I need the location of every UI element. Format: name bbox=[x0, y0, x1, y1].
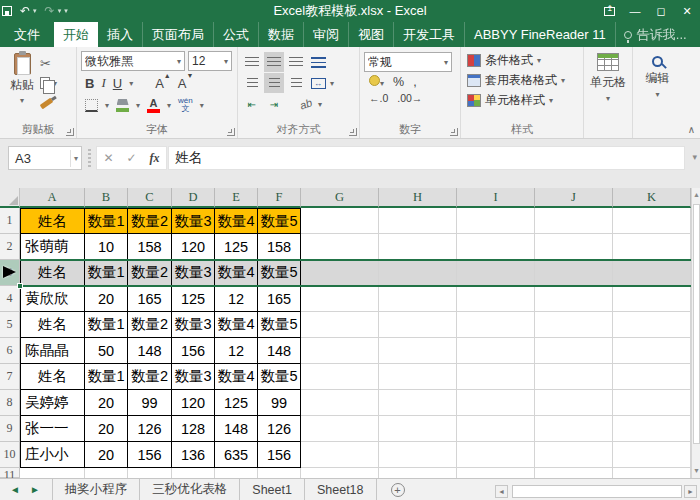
row-header-11[interactable]: 11 bbox=[0, 468, 20, 478]
cell-A7[interactable]: 姓名 bbox=[20, 364, 85, 390]
expand-formula-bar-icon[interactable]: ▾ bbox=[692, 152, 697, 162]
hscroll-left-icon[interactable]: ◄ bbox=[495, 485, 508, 498]
row-header-6[interactable]: 6 bbox=[0, 338, 20, 364]
enter-icon[interactable]: ✓ bbox=[120, 151, 143, 165]
tab-5[interactable]: 数据 bbox=[259, 22, 304, 47]
row-header-1[interactable]: 1 bbox=[0, 208, 20, 234]
cells-dropdown-icon[interactable]: ▾ bbox=[606, 94, 610, 103]
cell-H11[interactable] bbox=[379, 468, 457, 478]
tab-3[interactable]: 页面布局 bbox=[143, 22, 214, 47]
cell-F4[interactable]: 165 bbox=[258, 286, 301, 312]
bold-button[interactable]: B bbox=[85, 76, 94, 91]
cell-K9[interactable] bbox=[613, 416, 691, 442]
cell-B4[interactable]: 20 bbox=[85, 286, 128, 312]
format-as-table-button[interactable]: 套用表格格式▾ bbox=[467, 72, 579, 89]
new-sheet-button[interactable]: + bbox=[391, 483, 405, 497]
cell-F10[interactable]: 156 bbox=[258, 442, 301, 468]
sign-in-button[interactable]: 登录 bbox=[695, 22, 700, 47]
cell-K3[interactable] bbox=[613, 260, 691, 286]
sheet-tab-4[interactable]: Sheet18 bbox=[305, 479, 377, 500]
cell-A2[interactable]: 张萌萌 bbox=[20, 234, 85, 260]
underline-dropdown-icon[interactable]: ▾ bbox=[129, 79, 133, 88]
font-dialog-launcher[interactable] bbox=[227, 128, 235, 136]
cell-C10[interactable]: 156 bbox=[128, 442, 172, 468]
cell-A10[interactable]: 庄小小 bbox=[20, 442, 85, 468]
decrease-decimal-button[interactable]: .00→ bbox=[397, 92, 422, 104]
cell-C5[interactable]: 数量2 bbox=[128, 312, 172, 338]
align-left-button[interactable] bbox=[242, 73, 262, 93]
cell-J6[interactable] bbox=[535, 338, 613, 364]
collapse-ribbon-icon[interactable]: ∧ bbox=[688, 124, 695, 135]
column-header-B[interactable]: B bbox=[85, 188, 128, 208]
cell-C9[interactable]: 126 bbox=[128, 416, 172, 442]
cell-C1[interactable]: 数量2 bbox=[128, 208, 172, 234]
sheet-tab-3[interactable]: Sheet1 bbox=[240, 479, 305, 500]
cell-C11[interactable] bbox=[128, 468, 172, 478]
cell-B1[interactable]: 数量1 bbox=[85, 208, 128, 234]
name-box[interactable]: A3 ▾ bbox=[8, 146, 82, 170]
cell-E5[interactable]: 数量4 bbox=[215, 312, 258, 338]
cell-I9[interactable] bbox=[457, 416, 535, 442]
cell-F5[interactable]: 数量5 bbox=[258, 312, 301, 338]
cell-G5[interactable] bbox=[301, 312, 379, 338]
row-header-4[interactable]: 4 bbox=[0, 286, 20, 312]
comma-button[interactable]: , bbox=[413, 75, 416, 89]
cell-D6[interactable]: 156 bbox=[172, 338, 215, 364]
cell-J1[interactable] bbox=[535, 208, 613, 234]
cell-H4[interactable] bbox=[379, 286, 457, 312]
column-header-A[interactable]: A bbox=[20, 188, 85, 208]
font-color-button[interactable]: A bbox=[147, 98, 160, 113]
cell-styles-button[interactable]: 单元格样式▾ bbox=[467, 92, 579, 109]
column-header-E[interactable]: E bbox=[215, 188, 258, 208]
cell-G3[interactable] bbox=[301, 260, 379, 286]
cell-G9[interactable] bbox=[301, 416, 379, 442]
cell-C4[interactable]: 165 bbox=[128, 286, 172, 312]
tab-6[interactable]: 审阅 bbox=[304, 22, 349, 47]
cell-H2[interactable] bbox=[379, 234, 457, 260]
cell-J8[interactable] bbox=[535, 390, 613, 416]
column-header-G[interactable]: G bbox=[301, 188, 379, 208]
cell-F2[interactable]: 158 bbox=[258, 234, 301, 260]
cell-F7[interactable]: 数量5 bbox=[258, 364, 301, 390]
cell-C2[interactable]: 158 bbox=[128, 234, 172, 260]
cell-H3[interactable] bbox=[379, 260, 457, 286]
cell-A9[interactable]: 张一一 bbox=[20, 416, 85, 442]
cell-F1[interactable]: 数量5 bbox=[258, 208, 301, 234]
cell-E6[interactable]: 12 bbox=[215, 338, 258, 364]
cell-C6[interactable]: 148 bbox=[128, 338, 172, 364]
cells-group[interactable]: 单元格 ▾ bbox=[584, 47, 633, 138]
save-icon[interactable] bbox=[2, 6, 12, 16]
cell-G8[interactable] bbox=[301, 390, 379, 416]
cell-J2[interactable] bbox=[535, 234, 613, 260]
cell-B11[interactable] bbox=[85, 468, 128, 478]
cell-H5[interactable] bbox=[379, 312, 457, 338]
cell-B7[interactable]: 数量1 bbox=[85, 364, 128, 390]
align-bottom-button[interactable] bbox=[286, 52, 306, 72]
borders-button[interactable] bbox=[85, 99, 98, 112]
cell-K2[interactable] bbox=[613, 234, 691, 260]
ribbon-display-options-button[interactable] bbox=[596, 0, 622, 22]
fill-handle[interactable] bbox=[17, 283, 23, 289]
cell-G4[interactable] bbox=[301, 286, 379, 312]
row-header-9[interactable]: 9 bbox=[0, 416, 20, 442]
cell-I7[interactable] bbox=[457, 364, 535, 390]
column-header-C[interactable]: C bbox=[128, 188, 172, 208]
cell-E2[interactable]: 125 bbox=[215, 234, 258, 260]
cell-C3[interactable]: 数量2 bbox=[128, 260, 172, 286]
cell-K1[interactable] bbox=[613, 208, 691, 234]
customize-qat-icon[interactable]: ▾ bbox=[64, 7, 68, 15]
row-header-5[interactable]: 5 bbox=[0, 312, 20, 338]
paste-dropdown-icon[interactable]: ▾ bbox=[20, 96, 24, 105]
cell-K10[interactable] bbox=[613, 442, 691, 468]
italic-button[interactable]: I bbox=[101, 75, 105, 91]
cell-J9[interactable] bbox=[535, 416, 613, 442]
paste-button[interactable]: 粘贴 ▾ bbox=[4, 51, 40, 122]
column-header-F[interactable]: F bbox=[258, 188, 301, 208]
cell-B10[interactable]: 20 bbox=[85, 442, 128, 468]
merge-center-button[interactable]: ↔ bbox=[308, 73, 328, 93]
number-format-combo[interactable]: 常规▾ bbox=[364, 52, 452, 72]
cell-D8[interactable]: 120 bbox=[172, 390, 215, 416]
row-header-8[interactable]: 8 bbox=[0, 390, 20, 416]
cut-button[interactable]: ✂ bbox=[40, 55, 57, 71]
tab-1[interactable]: 开始 bbox=[54, 22, 98, 47]
